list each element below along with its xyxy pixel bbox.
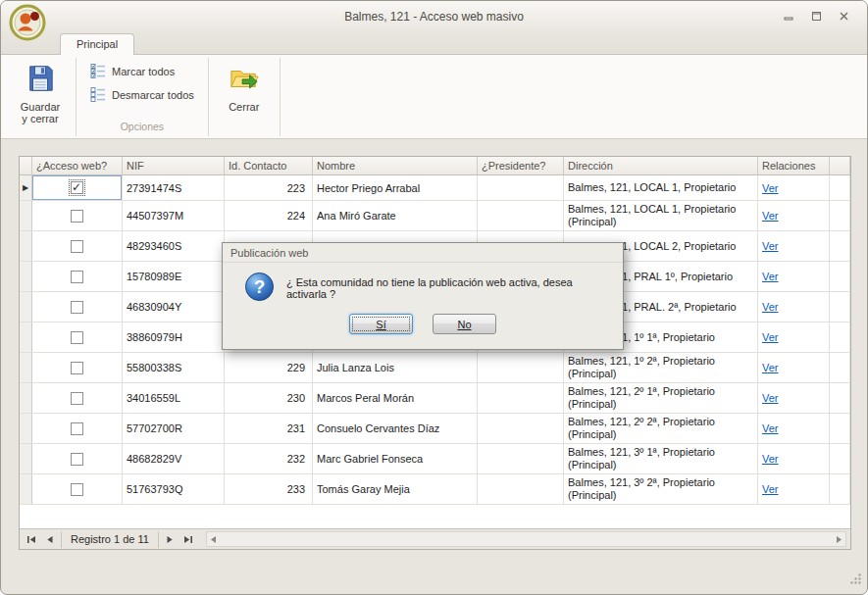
acceso-web-checkbox[interactable] — [71, 271, 83, 283]
acceso-web-cell — [32, 201, 123, 231]
unmark-all-button[interactable]: Desmarcar todos — [84, 83, 200, 107]
app-logo-icon — [9, 4, 46, 41]
nombre-cell: Consuelo Cervantes Díaz — [313, 414, 478, 444]
id-contacto-cell: 223 — [225, 175, 313, 201]
filler-cell — [830, 474, 850, 505]
nif-cell: 46830904Y — [123, 292, 225, 322]
record-position-label: Registro 1 de 11 — [61, 531, 159, 548]
tab-principal[interactable]: Principal — [60, 33, 134, 55]
question-icon: ? — [244, 272, 275, 306]
hscroll-right-icon — [835, 535, 843, 544]
presidente-cell — [478, 383, 564, 414]
filler-cell — [830, 383, 850, 414]
table-row[interactable]: 57702700R 231 Consuelo Cervantes Díaz Ba… — [20, 414, 850, 444]
filler-cell — [830, 414, 850, 444]
uncheck-list-icon — [90, 86, 106, 104]
ver-link[interactable]: Ver — [762, 453, 779, 465]
acceso-web-checkbox[interactable] — [71, 331, 83, 344]
row-indicator — [20, 353, 32, 383]
acceso-web-checkbox[interactable] — [71, 181, 83, 194]
ver-link[interactable]: Ver — [762, 362, 779, 373]
filler-cell — [830, 353, 850, 383]
dialog-message: ¿ Esta comunidad no tiene la publicación… — [286, 276, 609, 300]
relaciones-cell: Ver — [758, 414, 830, 444]
acceso-web-checkbox[interactable] — [71, 210, 83, 223]
filler-cell — [830, 231, 850, 262]
filler-cell — [830, 262, 850, 292]
nombre-cell: Tomás Garay Mejia — [313, 474, 478, 505]
nif-cell: 38860979H — [123, 322, 225, 353]
header-id-contacto[interactable]: Id. Contacto — [225, 157, 313, 175]
direccion-cell: Balmes, 121, 1º 2ª, Propietario (Princip… — [564, 353, 758, 383]
nav-prev-button[interactable] — [40, 531, 59, 548]
table-row[interactable]: 44507397M 224 Ana Miró Garate Balmes, 12… — [20, 201, 850, 231]
save-close-button[interactable]: Guardar y cerrar — [13, 60, 68, 124]
id-contacto-cell: 232 — [225, 444, 313, 474]
row-indicator — [20, 444, 32, 474]
yes-button[interactable]: Sí — [349, 314, 413, 334]
filler-cell — [830, 322, 850, 353]
relaciones-cell: Ver — [758, 231, 830, 262]
minimize-button[interactable] — [777, 8, 800, 25]
direccion-cell: Balmes, 121, 3º 1ª, Propietario (Princip… — [564, 444, 758, 474]
ver-link[interactable]: Ver — [762, 422, 779, 434]
table-row[interactable]: ▶ 27391474S 223 Hector Priego Arrabal Ba… — [20, 175, 850, 201]
direccion-cell: Balmes, 121, LOCAL 1, Propietario (Princ… — [564, 201, 758, 231]
acceso-web-checkbox[interactable] — [71, 392, 83, 405]
nif-cell: 34016559L — [123, 383, 225, 414]
ver-link[interactable]: Ver — [762, 392, 779, 404]
record-navigator: Registro 1 de 11 — [20, 528, 850, 549]
ver-link[interactable]: Ver — [762, 483, 779, 495]
nav-next-button[interactable] — [161, 531, 179, 548]
ver-link[interactable]: Ver — [762, 210, 779, 222]
direccion-cell: Balmes, 121, 2º 2ª, Propietario (Princip… — [564, 414, 758, 444]
ver-link[interactable]: Ver — [762, 271, 779, 282]
save-icon — [26, 64, 55, 97]
acceso-web-checkbox[interactable] — [71, 362, 83, 374]
row-indicator — [20, 201, 32, 231]
window-titlebar[interactable]: Balmes, 121 - Acceso web masivo — [1, 1, 867, 32]
table-row[interactable]: 55800338S 229 Julia Lanza Lois Balmes, 1… — [20, 353, 850, 383]
ver-link[interactable]: Ver — [762, 301, 779, 313]
no-button[interactable]: No — [433, 314, 496, 334]
save-close-label-line2: y cerrar — [22, 113, 58, 124]
table-row[interactable]: 34016559L 230 Marcos Peral Morán Balmes,… — [20, 383, 850, 414]
window-title: Balmes, 121 - Acceso web masivo — [1, 10, 867, 24]
nav-last-button[interactable] — [179, 531, 198, 548]
close-form-button[interactable]: Cerrar — [217, 60, 272, 113]
acceso-web-checkbox[interactable] — [71, 240, 83, 253]
resize-grip-icon — [849, 572, 862, 585]
acceso-web-cell — [32, 262, 123, 292]
resize-grip[interactable] — [849, 571, 862, 589]
header-presidente[interactable]: ¿Presidente? — [478, 157, 564, 175]
header-nombre[interactable]: Nombre — [313, 157, 478, 175]
header-acceso-web[interactable]: ¿Acceso web? — [32, 157, 123, 175]
close-button[interactable] — [832, 8, 855, 25]
hscroll-left-icon — [209, 535, 218, 544]
relaciones-cell: Ver — [758, 383, 830, 414]
app-window: Balmes, 121 - Acceso web masivo Principa… — [0, 0, 868, 595]
acceso-web-checkbox[interactable] — [71, 422, 83, 435]
acceso-web-checkbox[interactable] — [71, 301, 83, 314]
maximize-icon — [811, 11, 822, 22]
ver-link[interactable]: Ver — [762, 240, 779, 252]
row-indicator — [20, 474, 32, 505]
presidente-cell — [478, 444, 564, 474]
acceso-web-checkbox[interactable] — [71, 453, 83, 466]
mark-all-button[interactable]: Marcar todos — [84, 60, 200, 83]
header-nif[interactable]: NIF — [123, 157, 225, 175]
acceso-web-checkbox[interactable] — [71, 483, 83, 496]
nav-first-button[interactable] — [22, 531, 40, 548]
nif-cell: 15780989E — [123, 262, 225, 292]
horizontal-scrollbar[interactable] — [206, 531, 846, 547]
maximize-button[interactable] — [804, 8, 828, 25]
ver-link[interactable]: Ver — [762, 331, 779, 343]
close-form-label: Cerrar — [229, 101, 259, 113]
header-relaciones[interactable]: Relaciones — [758, 157, 830, 175]
nombre-cell: Hector Priego Arrabal — [313, 175, 478, 201]
header-direccion[interactable]: Dirección — [564, 157, 758, 175]
table-row[interactable]: 51763793Q 233 Tomás Garay Mejia Balmes, … — [20, 474, 850, 505]
ribbon-group-close: Cerrar — [209, 58, 281, 136]
ver-link[interactable]: Ver — [762, 182, 779, 194]
table-row[interactable]: 48682829V 232 Marc Gabriel Fonseca Balme… — [20, 444, 850, 474]
